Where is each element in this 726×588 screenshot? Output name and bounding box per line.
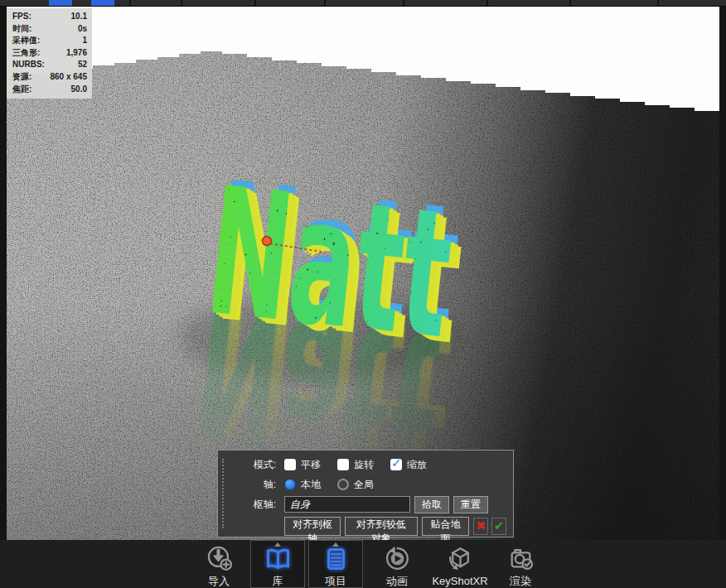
pivot-input[interactable] — [284, 496, 410, 513]
axis-local-radio[interactable]: 本地 — [284, 478, 321, 492]
toolbar-item-keyshotxr[interactable]: KeyShotXR — [429, 540, 491, 588]
stats-overlay: FPS:10.1 时间:0s 采样值:1 三角形:1,976 NURBS:52 … — [7, 8, 92, 99]
keyshotxr-icon — [446, 544, 475, 573]
toolbar-item-library[interactable]: 库 — [250, 540, 305, 588]
project-icon — [322, 545, 351, 573]
checkbox-checked-icon[interactable] — [390, 459, 402, 470]
toolbar-item-animation[interactable]: 动画 — [365, 540, 429, 588]
toolbar-item-project[interactable]: 项目 — [308, 540, 363, 588]
top-strip-divider — [324, 0, 326, 6]
top-strip-highlight — [49, 0, 72, 6]
toolbar-item-label: KeyShotXR — [432, 575, 487, 587]
top-strip-divider — [657, 0, 659, 6]
library-icon — [264, 545, 293, 573]
top-strip-divider — [181, 0, 182, 6]
axis-label: 轴: — [230, 478, 276, 492]
align-to-pivot-button[interactable]: 对齐到枢轴 — [284, 517, 341, 536]
stat-fps: FPS:10.1 — [12, 11, 87, 23]
stat-triangles: 三角形:1,976 — [12, 47, 87, 60]
confirm-button[interactable]: ✔ — [491, 518, 506, 535]
toolbar-item-label: 导入 — [208, 575, 230, 587]
axis-global-radio[interactable]: 全局 — [337, 478, 374, 492]
toolbar-item-label: 项目 — [325, 575, 346, 587]
transform-tool-panel: 模式: 平移 旋转 缩放 轴: 本地 — [217, 450, 514, 537]
top-strip-divider — [569, 0, 571, 6]
toolbar-item-label: 渲染 — [510, 575, 531, 587]
toolbar-item-label: 库 — [273, 575, 283, 587]
scene-3d-text — [198, 143, 472, 384]
toolbar-item-import[interactable]: 导入 — [189, 540, 249, 588]
panel-drag-handle[interactable] — [222, 459, 224, 528]
checkbox-icon[interactable] — [337, 459, 349, 470]
align-row: 对齐到枢轴 对齐到较低对象 贴合地面 ✖ ✔ — [284, 515, 506, 537]
radio-selected-icon[interactable] — [284, 479, 296, 490]
mode-label: 模式: — [230, 458, 276, 472]
toolbar-item-label: 动画 — [386, 575, 408, 587]
reset-button[interactable]: 重置 — [453, 496, 488, 513]
mode-translate-checkbox[interactable]: 平移 — [284, 458, 321, 472]
align-to-lower-object-button[interactable]: 对齐到较低对象 — [345, 517, 418, 536]
import-icon — [205, 544, 234, 573]
render-viewport[interactable]: Natt — [7, 7, 719, 541]
mode-rotate-checkbox[interactable]: 旋转 — [337, 458, 374, 472]
stat-focal-length: 焦距:50.0 — [12, 84, 87, 96]
pick-button[interactable]: 拾取 — [414, 496, 449, 513]
top-strip-divider — [254, 0, 256, 6]
stat-samples: 采样值:1 — [12, 35, 87, 47]
pivot-row: 枢轴: 拾取 重置 — [230, 494, 506, 514]
checkbox-icon[interactable] — [284, 459, 296, 470]
mode-row: 模式: 平移 旋转 缩放 — [230, 455, 506, 475]
stat-time: 时间:0s — [12, 23, 87, 36]
top-strip-divider — [486, 0, 488, 6]
top-strip-divider — [129, 0, 131, 6]
render-icon — [506, 544, 535, 573]
toolbar-item-render[interactable]: 渲染 — [491, 540, 550, 588]
cancel-button[interactable]: ✖ — [473, 518, 488, 535]
panel-open-caret-icon — [274, 542, 281, 547]
mode-scale-checkbox[interactable]: 缩放 — [390, 458, 427, 472]
stat-resolution: 资源:860 x 645 — [12, 71, 87, 84]
axis-row: 轴: 本地 全局 — [230, 475, 506, 494]
main-toolbar: 导入 库 — [0, 540, 726, 588]
animation-icon — [383, 544, 412, 573]
stat-nurbs: NURBS:52 — [12, 59, 87, 71]
top-strip-highlight — [91, 0, 114, 6]
radio-icon[interactable] — [337, 479, 349, 490]
pivot-label: 枢轴: — [230, 498, 276, 512]
toolbar-items: 导入 库 — [189, 540, 550, 588]
app-window: Natt — [0, 0, 726, 588]
panel-open-caret-icon — [332, 542, 339, 547]
top-strip — [0, 0, 726, 7]
snap-to-ground-button[interactable]: 贴合地面 — [422, 517, 470, 536]
top-strip-divider — [403, 0, 404, 6]
